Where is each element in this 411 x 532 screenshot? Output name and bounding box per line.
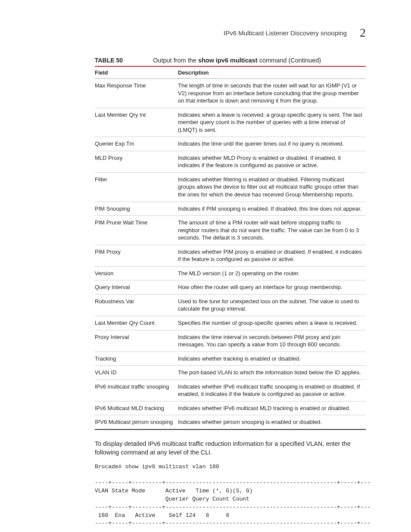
description-cell: The port-based VLAN to which the informa…: [178, 366, 366, 380]
field-cell: Proxy Interval: [95, 330, 178, 352]
description-cell: Indicates whether filtering is enabled o…: [178, 172, 366, 202]
table-row: VersionThe MLD version (1 or 2) operatin…: [95, 266, 366, 280]
table-row: Max Response TimeThe length of time in s…: [95, 79, 366, 108]
table-row: IPV6 Multicast pimsm snoopingIndicates w…: [95, 415, 366, 429]
field-cell: PIM Proxy: [95, 245, 178, 266]
field-cell: VLAN ID: [95, 366, 178, 380]
caption-suffix: command (Continued): [258, 57, 321, 64]
description-cell: Indicates the time interval in seconds b…: [178, 330, 366, 352]
field-cell: IPv6 multicast traffic snooping: [95, 380, 178, 401]
field-cell: PIM Snooping: [95, 202, 178, 216]
output-table: Field Description Max Response TimeThe l…: [95, 66, 366, 430]
table-row: IPv6 Multicast MLD trackingIndicates whe…: [95, 401, 366, 415]
field-cell: Last Member Qry Int: [95, 108, 178, 137]
table-header-row: Field Description: [95, 66, 366, 79]
caption-command: show ipv6 multicast: [198, 57, 258, 64]
table-row: Querier Exp TmIndicates the time until t…: [95, 137, 366, 151]
description-cell: Indicates whether IPv6 multicast traffic…: [178, 380, 366, 401]
field-cell: Robustness Var: [95, 294, 178, 316]
field-cell: Last Member Qry Count: [95, 316, 178, 330]
description-cell: Indicates whether PIM proxy is enabled o…: [178, 245, 366, 266]
table-row: PIM SnoopingIndicates if PIM snooping is…: [95, 202, 366, 216]
description-cell: Indicates whether MLD Proxy is enabled o…: [178, 151, 366, 172]
field-cell: Version: [95, 266, 178, 280]
description-cell: Indicates if PIM snooping is enabled. If…: [178, 202, 366, 216]
table-row: FilterIndicates whether filtering is ena…: [95, 172, 366, 202]
field-cell: PIM Prune Wait Time: [95, 216, 178, 245]
table-row: PIM Prune Wait TimeThe amount of time a …: [95, 216, 366, 245]
table-row: Last Member Qry CountSpecifies the numbe…: [95, 316, 366, 330]
page: IPv6 Multicast Listener Discovery snoopi…: [0, 0, 411, 532]
description-cell: Specifies the number of group-specific q…: [178, 316, 366, 330]
description-cell: The length of time in seconds that the r…: [178, 79, 366, 108]
field-cell: Query Interval: [95, 280, 178, 295]
field-cell: MLD Proxy: [95, 151, 178, 172]
caption-prefix: Output from the: [153, 57, 198, 64]
col-header-description: Description: [178, 66, 366, 79]
table-label: TABLE 50: [95, 57, 123, 64]
body-paragraph: To display detailed IPv6 multicast traff…: [95, 439, 366, 457]
description-cell: Indicates whether pimsm snooping is enab…: [178, 415, 366, 429]
col-header-field: Field: [95, 66, 178, 79]
section-title: IPv6 Multicast Listener Discovery snoopi…: [224, 29, 347, 37]
table-row: IPv6 multicast traffic snoopingIndicates…: [95, 380, 366, 401]
terminal-output: Brocade# show ipv6 multicast vlan 180 --…: [95, 463, 366, 532]
field-cell: Tracking: [95, 352, 178, 366]
table-description: Output from the show ipv6 multicast comm…: [153, 57, 321, 64]
table-row: TrackingIndicates whether tracking is en…: [95, 352, 366, 366]
table-row: Robustness VarUsed to fine tune for unex…: [95, 294, 366, 316]
page-header: IPv6 Multicast Listener Discovery snoopi…: [95, 26, 366, 40]
chapter-number: 2: [360, 26, 366, 40]
description-cell: Indicates whether IPv6 multicast MLD tra…: [178, 401, 366, 415]
field-cell: IPV6 Multicast pimsm snooping: [95, 415, 178, 429]
field-cell: Max Response Time: [95, 79, 178, 108]
field-cell: IPv6 Multicast MLD tracking: [95, 401, 178, 415]
table-row: PIM ProxyIndicates whether PIM proxy is …: [95, 245, 366, 266]
description-cell: The MLD version (1 or 2) operating on th…: [178, 266, 366, 280]
description-cell: Indicates when a leave is received; a gr…: [178, 108, 366, 137]
description-cell: Indicates whether tracking is enabled or…: [178, 352, 366, 366]
description-cell: The amount of time a PIM router will wai…: [178, 216, 366, 245]
field-cell: Querier Exp Tm: [95, 137, 178, 151]
description-cell: Used to fine tune for unexpected loss on…: [178, 294, 366, 316]
table-row: MLD ProxyIndicates whether MLD Proxy is …: [95, 151, 366, 172]
description-cell: Indicates the time until the querier tim…: [178, 137, 366, 151]
field-cell: Filter: [95, 172, 178, 202]
table-row: Proxy IntervalIndicates the time interva…: [95, 330, 366, 352]
table-row: VLAN IDThe port-based VLAN to which the …: [95, 366, 366, 380]
table-row: Last Member Qry IntIndicates when a leav…: [95, 108, 366, 137]
table-caption: TABLE 50 Output from the show ipv6 multi…: [95, 57, 366, 64]
description-cell: How often the router will query an inter…: [178, 280, 366, 295]
table-row: Query IntervalHow often the router will …: [95, 280, 366, 295]
